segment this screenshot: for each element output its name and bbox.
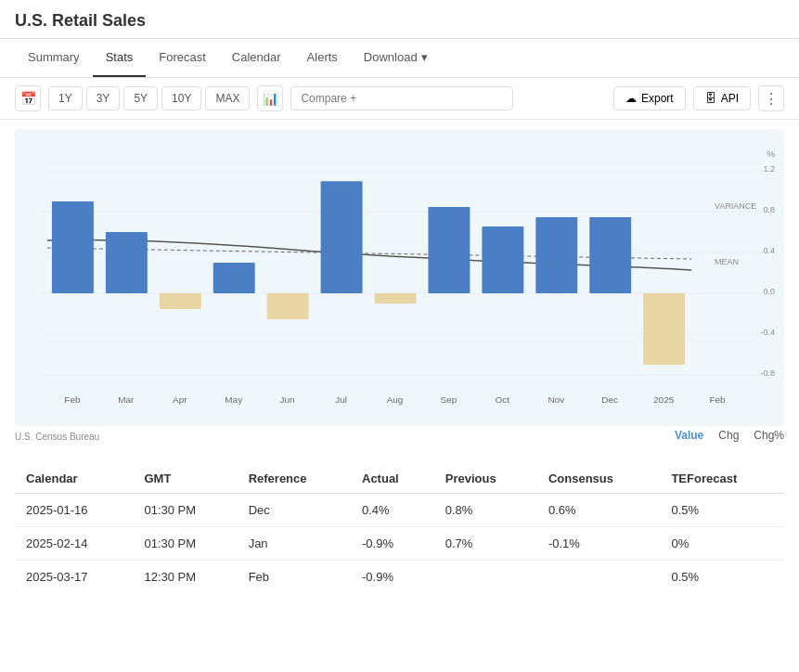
tab-download[interactable]: Download ▾ bbox=[351, 39, 441, 77]
svg-text:Jul: Jul bbox=[335, 394, 347, 405]
col-previous: Previous bbox=[434, 464, 537, 494]
cell-reference-2: Jan bbox=[238, 527, 351, 561]
bar-sep bbox=[428, 207, 470, 293]
table-row[interactable]: 2025-02-14 01:30 PM Jan -0.9% 0.7% -0.1%… bbox=[15, 527, 784, 561]
table-row[interactable]: 2025-03-17 12:30 PM Feb -0.9% 0.5% bbox=[15, 561, 784, 594]
tab-alerts[interactable]: Alerts bbox=[294, 39, 351, 77]
svg-text:Dec: Dec bbox=[601, 394, 618, 405]
svg-text:1.2: 1.2 bbox=[764, 164, 775, 174]
svg-text:-0.8: -0.8 bbox=[761, 368, 775, 378]
toolbar-right: ☁ Export 🗄 API ⋮ bbox=[613, 85, 784, 111]
svg-text:Mar: Mar bbox=[118, 394, 135, 405]
data-table: Calendar GMT Reference Actual Previous C… bbox=[15, 464, 784, 593]
col-consensus: Consensus bbox=[537, 464, 661, 494]
api-button[interactable]: 🗄 API bbox=[693, 86, 751, 110]
legend-chgpct[interactable]: Chg% bbox=[754, 429, 784, 442]
svg-text:0.8: 0.8 bbox=[764, 205, 775, 214]
chart-source: U.S. Census Bureau bbox=[15, 432, 99, 442]
api-icon: 🗄 bbox=[705, 92, 716, 105]
col-gmt: GMT bbox=[133, 464, 237, 494]
period-buttons: 1Y 3Y 5Y 10Y MAX bbox=[48, 86, 250, 110]
col-reference: Reference bbox=[238, 464, 351, 494]
more-options-button[interactable]: ⋮ bbox=[758, 85, 784, 111]
cell-previous-3 bbox=[434, 561, 537, 594]
bar-apr bbox=[160, 293, 201, 309]
cell-teforecast-3: 0.5% bbox=[660, 561, 784, 594]
svg-text:May: May bbox=[225, 394, 242, 405]
svg-text:Oct: Oct bbox=[496, 394, 510, 405]
bar-nov bbox=[535, 217, 577, 293]
cell-gmt-3: 12:30 PM bbox=[133, 561, 237, 594]
toolbar: 📅 1Y 3Y 5Y 10Y MAX 📊 ☁ Export 🗄 API ⋮ bbox=[0, 78, 799, 120]
cell-reference-3: Feb bbox=[238, 561, 351, 594]
svg-text:MEAN: MEAN bbox=[715, 257, 739, 266]
calendar-icon[interactable]: 📅 bbox=[15, 85, 41, 111]
tab-stats[interactable]: Stats bbox=[93, 39, 147, 77]
table-body: 2025-01-16 01:30 PM Dec 0.4% 0.8% 0.6% 0… bbox=[15, 494, 784, 594]
svg-text:Feb: Feb bbox=[709, 394, 726, 405]
bar-aug bbox=[375, 293, 417, 304]
cell-teforecast-1: 0.5% bbox=[660, 494, 784, 527]
svg-text:%: % bbox=[767, 149, 775, 159]
period-1y-button[interactable]: 1Y bbox=[48, 86, 83, 110]
cell-previous-2: 0.7% bbox=[434, 527, 537, 561]
table-header: Calendar GMT Reference Actual Previous C… bbox=[15, 464, 784, 494]
page-title: U.S. Retail Sales bbox=[0, 0, 799, 39]
legend-value[interactable]: Value bbox=[675, 429, 703, 442]
nav-tabs: Summary Stats Forecast Calendar Alerts D… bbox=[0, 39, 799, 78]
table-container: Calendar GMT Reference Actual Previous C… bbox=[0, 449, 799, 608]
tab-calendar[interactable]: Calendar bbox=[219, 39, 294, 77]
col-actual: Actual bbox=[351, 464, 434, 494]
svg-text:Aug: Aug bbox=[387, 394, 404, 405]
tab-forecast[interactable]: Forecast bbox=[146, 39, 219, 77]
cell-actual-3: -0.9% bbox=[351, 561, 434, 594]
period-10y-button[interactable]: 10Y bbox=[161, 86, 201, 110]
cell-actual-1: 0.4% bbox=[351, 494, 434, 527]
cell-gmt-1: 01:30 PM bbox=[133, 494, 237, 527]
svg-text:Nov: Nov bbox=[548, 394, 564, 405]
svg-text:VARIANCE: VARIANCE bbox=[715, 201, 756, 211]
chart-container: % 1.2 0.8 0.4 0.0 -0.4 -0.8 VARIANCE MEA… bbox=[0, 120, 799, 449]
cell-consensus-3 bbox=[537, 561, 661, 594]
api-label: API bbox=[721, 92, 739, 105]
period-5y-button[interactable]: 5Y bbox=[123, 86, 158, 110]
table-row[interactable]: 2025-01-16 01:30 PM Dec 0.4% 0.8% 0.6% 0… bbox=[15, 494, 784, 527]
svg-text:Feb: Feb bbox=[64, 394, 81, 405]
col-teforecast: TEForecast bbox=[660, 464, 784, 494]
cell-consensus-2: -0.1% bbox=[537, 527, 661, 561]
svg-text:2025: 2025 bbox=[653, 394, 675, 405]
cell-consensus-1: 0.6% bbox=[537, 494, 661, 527]
bar-dec bbox=[589, 217, 631, 293]
export-button[interactable]: ☁ Export bbox=[613, 86, 686, 110]
export-icon: ☁ bbox=[625, 92, 637, 105]
svg-text:Sep: Sep bbox=[441, 394, 457, 405]
bar-mar bbox=[106, 232, 148, 293]
svg-text:0.0: 0.0 bbox=[764, 287, 775, 296]
cell-actual-2: -0.9% bbox=[351, 527, 434, 561]
chart-area: % 1.2 0.8 0.4 0.0 -0.4 -0.8 VARIANCE MEA… bbox=[15, 129, 784, 426]
bar-feb bbox=[52, 201, 94, 293]
dropdown-arrow-icon: ▾ bbox=[421, 50, 428, 64]
cell-teforecast-2: 0% bbox=[660, 527, 784, 561]
bar-2025 bbox=[643, 293, 685, 365]
period-3y-button[interactable]: 3Y bbox=[86, 86, 121, 110]
period-max-button[interactable]: MAX bbox=[205, 86, 250, 110]
chart-legend: Value Chg Chg% bbox=[675, 429, 784, 442]
legend-chg[interactable]: Chg bbox=[718, 429, 739, 442]
chart-type-icon[interactable]: 📊 bbox=[257, 85, 283, 111]
compare-input[interactable] bbox=[290, 86, 513, 110]
bar-oct bbox=[482, 226, 523, 293]
bar-may bbox=[213, 263, 255, 293]
svg-text:Jun: Jun bbox=[280, 394, 295, 405]
cell-calendar-2: 2025-02-14 bbox=[15, 527, 133, 561]
svg-text:0.4: 0.4 bbox=[764, 246, 775, 255]
tab-summary[interactable]: Summary bbox=[15, 39, 93, 77]
chart-svg: % 1.2 0.8 0.4 0.0 -0.4 -0.8 VARIANCE MEA… bbox=[15, 129, 784, 426]
svg-text:Apr: Apr bbox=[173, 394, 187, 405]
cell-gmt-2: 01:30 PM bbox=[133, 527, 237, 561]
cell-calendar-3: 2025-03-17 bbox=[15, 561, 133, 594]
col-calendar: Calendar bbox=[15, 464, 133, 494]
chart-footer: U.S. Census Bureau Value Chg Chg% bbox=[15, 428, 784, 449]
svg-text:-0.4: -0.4 bbox=[761, 328, 775, 337]
export-label: Export bbox=[641, 92, 674, 105]
